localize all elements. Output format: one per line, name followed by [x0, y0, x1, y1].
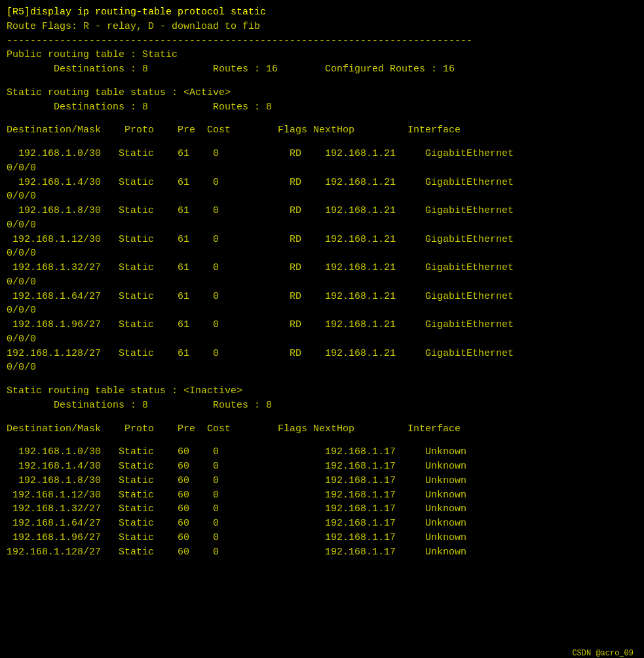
active-status-header: Static routing table status : <Active>	[7, 86, 637, 100]
watermark: CSDN @acro_09	[572, 648, 634, 658]
inactive-destinations: Destinations : 8 Routes : 8	[7, 398, 637, 413]
inactive-status-header: Static routing table status : <Inactive>	[7, 384, 637, 398]
public-table-header: Public routing table : Static	[7, 48, 637, 62]
active-route-suffix-5: 0/0/0	[7, 303, 637, 318]
active-route-row-5: 192.168.1.64/27 Static 61 0 RD 192.168.1…	[7, 290, 637, 304]
separator-line: ----------------------------------------…	[7, 34, 637, 48]
inactive-route-row-4: 192.168.1.32/27 Static 60 0 192.168.1.17…	[7, 502, 637, 516]
active-route-suffix-1: 0/0/0	[7, 189, 637, 204]
inactive-route-row-2: 192.168.1.8/30 Static 60 0 192.168.1.17 …	[7, 474, 637, 488]
terminal-window: [R5]display ip routing-table protocol st…	[7, 5, 637, 658]
active-route-row-7: 192.168.1.128/27 Static 61 0 RD 192.168.…	[7, 347, 637, 361]
inactive-column-header: Destination/Mask Proto Pre Cost Flags Ne…	[7, 422, 637, 436]
active-route-suffix-4: 0/0/0	[7, 275, 637, 290]
active-route-row-6: 192.168.1.96/27 Static 61 0 RD 192.168.1…	[7, 318, 637, 332]
public-destinations: Destinations : 8 Routes : 16 Configured …	[7, 62, 637, 77]
command-line: [R5]display ip routing-table protocol st…	[7, 5, 637, 20]
active-route-row-1: 192.168.1.4/30 Static 61 0 RD 192.168.1.…	[7, 176, 637, 190]
active-route-suffix-0: 0/0/0	[7, 161, 637, 176]
inactive-routes-table: 192.168.1.0/30 Static 60 0 192.168.1.17 …	[7, 445, 637, 559]
active-route-suffix-7: 0/0/0	[7, 360, 637, 375]
inactive-route-row-3: 192.168.1.12/30 Static 60 0 192.168.1.17…	[7, 488, 637, 503]
active-column-header: Destination/Mask Proto Pre Cost Flags Ne…	[7, 123, 637, 138]
active-route-row-4: 192.168.1.32/27 Static 61 0 RD 192.168.1…	[7, 261, 637, 275]
active-destinations: Destinations : 8 Routes : 8	[7, 100, 637, 115]
inactive-route-row-7: 192.168.1.128/27 Static 60 0 192.168.1.1…	[7, 545, 637, 560]
inactive-route-row-0: 192.168.1.0/30 Static 60 0 192.168.1.17 …	[7, 445, 637, 459]
active-route-row-2: 192.168.1.8/30 Static 61 0 RD 192.168.1.…	[7, 204, 637, 218]
active-route-suffix-3: 0/0/0	[7, 246, 637, 261]
active-route-suffix-2: 0/0/0	[7, 218, 637, 233]
active-route-row-0: 192.168.1.0/30 Static 61 0 RD 192.168.1.…	[7, 147, 637, 161]
inactive-route-row-5: 192.168.1.64/27 Static 60 0 192.168.1.17…	[7, 516, 637, 531]
inactive-route-row-6: 192.168.1.96/27 Static 60 0 192.168.1.17…	[7, 531, 637, 545]
route-flags-line: Route Flags: R - relay, D - download to …	[7, 20, 637, 34]
active-route-suffix-6: 0/0/0	[7, 332, 637, 347]
active-route-row-3: 192.168.1.12/30 Static 61 0 RD 192.168.1…	[7, 233, 637, 247]
active-routes-table: 192.168.1.0/30 Static 61 0 RD 192.168.1.…	[7, 147, 637, 375]
inactive-route-row-1: 192.168.1.4/30 Static 60 0 192.168.1.17 …	[7, 459, 637, 474]
